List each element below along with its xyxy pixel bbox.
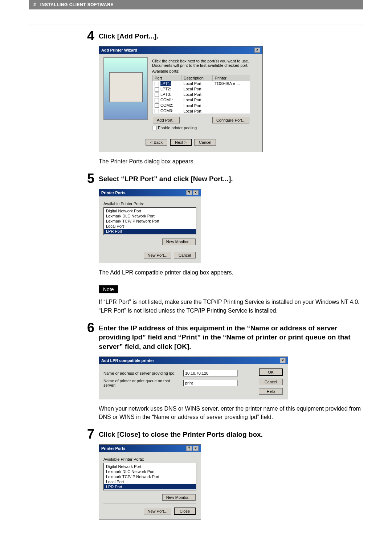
add-port-button[interactable]: Add Port... <box>153 117 180 123</box>
list-item[interactable]: LPR Port <box>104 484 196 489</box>
server-input[interactable]: 10.10.70.120 <box>183 370 238 376</box>
chapter-title: INSTALLING CLIENT SOFTWARE <box>40 2 114 7</box>
port-desc: Local Port <box>181 81 212 86</box>
close-icon[interactable]: × <box>193 190 199 195</box>
list-item[interactable]: Local Port <box>104 224 196 229</box>
close-icon[interactable]: × <box>193 446 199 451</box>
port-checkbox[interactable] <box>155 92 160 97</box>
printer-ports-dialog-close: Printer Ports ?× Available Printer Ports… <box>99 444 201 520</box>
list-item[interactable]: LPR Port <box>104 229 196 234</box>
note-label: Note <box>99 285 118 293</box>
server-label: Name or address of server providing lpd: <box>103 371 183 375</box>
list-item[interactable]: Local Port <box>104 479 196 484</box>
step-5-caption: The Add LPR compatible printer dialog bo… <box>99 268 363 277</box>
step-4: 4 Click [Add Port...]. Add Printer Wizar… <box>80 32 363 168</box>
step-5-note: If “LPR Port” is not listed, make sure t… <box>99 298 363 314</box>
table-row[interactable]: COM3: Local Port <box>152 108 250 114</box>
step-5-number: 5 <box>80 172 94 185</box>
port-checkbox[interactable] <box>155 81 160 86</box>
dialog-titlebar: Add Printer Wizard × <box>99 46 262 54</box>
ports-col-printer: Printer <box>212 75 250 81</box>
page-header: 2 INSTALLING CLIENT SOFTWARE <box>29 0 363 9</box>
top-rule <box>29 24 363 24</box>
add-lpr-dialog: Add LPR compatible printer × Name or add… <box>99 357 288 399</box>
list-item[interactable]: Digital Network Port <box>104 208 196 213</box>
port-name: LPT3: <box>160 92 171 97</box>
step-5-title: Select “LPR Port” and click [New Port...… <box>99 174 363 184</box>
port-name: COM2: <box>160 103 173 107</box>
port-checkbox[interactable] <box>155 103 160 107</box>
add-printer-wizard-dialog: Add Printer Wizard × Click the check box… <box>99 46 263 152</box>
table-row[interactable]: LPT2: Local Port <box>152 86 250 92</box>
configure-port-button[interactable]: Configure Port... <box>212 117 249 123</box>
dialog-titlebar: Printer Ports ?× <box>99 189 201 196</box>
dialog-title: Printer Ports <box>101 446 126 451</box>
wizard-instruction: Click the check box next to the port(s) … <box>152 59 258 68</box>
port-name: LPT1: <box>160 81 171 86</box>
help-icon[interactable]: ? <box>186 190 192 195</box>
table-row[interactable]: LPT1: Local Port TOSHIBA e-... <box>152 81 250 86</box>
table-row[interactable]: COM1: Local Port <box>152 97 250 103</box>
ports-col-port: Port <box>152 75 181 81</box>
port-name: COM1: <box>160 98 173 102</box>
step-4-title: Click [Add Port...]. <box>99 32 363 41</box>
ok-button[interactable]: OK <box>259 368 283 376</box>
printer-ports-list[interactable]: Digital Network Port Lexmark DLC Network… <box>103 463 196 490</box>
ports-col-desc: Description <box>181 75 212 81</box>
port-desc: Local Port <box>181 97 212 103</box>
port-name: LPT2: <box>160 87 171 91</box>
new-port-button[interactable]: New Port... <box>144 508 171 514</box>
list-item[interactable]: Lexmark TCP/IP Network Port <box>104 474 196 479</box>
dialog-titlebar: Printer Ports ?× <box>99 445 201 452</box>
list-item[interactable]: Lexmark DLC Network Port <box>104 469 196 474</box>
back-button[interactable]: < Back <box>146 139 167 146</box>
port-checkbox[interactable] <box>155 87 160 91</box>
step-7-title: Click [Close] to close the Printer Ports… <box>99 430 363 439</box>
step-6: 6 Enter the IP address of this equipment… <box>80 323 363 424</box>
step-5: 5 Select “LPR Port” and click [New Port.… <box>80 174 363 317</box>
cancel-button[interactable]: Cancel <box>259 379 283 385</box>
step-7: 7 Click [Close] to close the Printer Por… <box>80 430 363 522</box>
available-printer-ports-label: Available Printer Ports: <box>103 457 196 461</box>
list-item[interactable]: Digital Network Port <box>104 464 196 469</box>
chapter-number: 2 <box>33 2 36 7</box>
dialog-title: Add Printer Wizard <box>101 48 137 52</box>
wizard-art-icon <box>103 57 148 120</box>
step-6-caption: When your network uses DNS or WINS serve… <box>99 404 363 421</box>
available-ports-label: Available ports: <box>152 69 258 73</box>
table-row[interactable]: COM2: Local Port <box>152 103 250 108</box>
close-button[interactable]: Close <box>174 508 196 515</box>
list-item[interactable]: Lexmark DLC Network Port <box>104 213 196 219</box>
queue-label: Name of printer or print queue on that s… <box>103 379 183 387</box>
step-4-number: 4 <box>80 29 94 42</box>
port-checkbox[interactable] <box>155 109 160 113</box>
list-item[interactable]: Lexmark TCP/IP Network Port <box>104 219 196 224</box>
step-6-number: 6 <box>80 321 94 334</box>
enable-pooling-checkbox[interactable] <box>152 126 158 130</box>
port-desc: Local Port <box>181 108 212 114</box>
port-desc: Local Port <box>181 92 212 97</box>
queue-input[interactable]: print <box>183 380 238 386</box>
ports-table[interactable]: Port Description Printer LPT1: Local Por… <box>152 75 250 114</box>
new-port-button[interactable]: New Port... <box>144 252 171 258</box>
table-row[interactable]: LPT3: Local Port <box>152 92 250 97</box>
next-button[interactable]: Next > <box>170 139 192 146</box>
new-monitor-button[interactable]: New Monitor... <box>162 239 196 245</box>
port-name: COM3: <box>160 109 173 113</box>
close-icon[interactable]: × <box>280 358 286 363</box>
dialog-title: Add LPR compatible printer <box>101 358 154 363</box>
cancel-button[interactable]: Cancel <box>194 139 216 146</box>
step-6-title: Enter the IP address of this equipment i… <box>99 323 363 351</box>
port-checkbox[interactable] <box>155 98 160 102</box>
step-7-number: 7 <box>80 428 94 441</box>
dialog-titlebar: Add LPR compatible printer × <box>99 357 288 364</box>
printer-ports-list[interactable]: Digital Network Port Lexmark DLC Network… <box>103 207 196 235</box>
port-desc: Local Port <box>181 103 212 108</box>
close-icon[interactable]: × <box>254 48 260 53</box>
available-printer-ports-label: Available Printer Ports: <box>103 201 196 206</box>
help-button[interactable]: Help <box>259 388 283 395</box>
help-icon[interactable]: ? <box>186 446 192 451</box>
new-monitor-button[interactable]: New Monitor... <box>162 494 196 501</box>
cancel-button[interactable]: Cancel <box>174 252 196 258</box>
port-desc: Local Port <box>181 86 212 92</box>
